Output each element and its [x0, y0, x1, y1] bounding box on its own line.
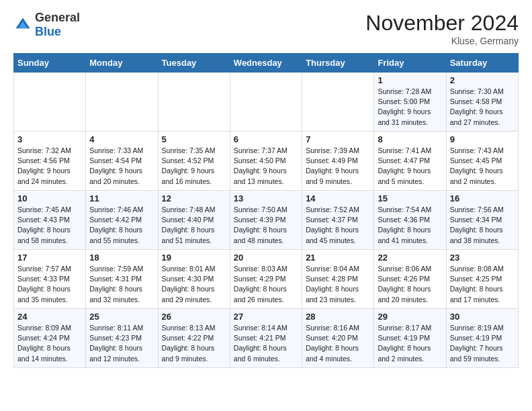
logo-icon	[13, 15, 32, 34]
week-row-4: 17Sunrise: 7:57 AMSunset: 4:33 PMDayligh…	[14, 250, 519, 309]
calendar-header: SundayMondayTuesdayWednesdayThursdayFrid…	[14, 54, 519, 73]
day-info: Sunrise: 7:52 AMSunset: 4:37 PMDaylight:…	[306, 205, 370, 246]
calendar-cell	[230, 73, 302, 132]
title-block: November 2024 Kluse, Germany	[365, 11, 519, 46]
weekday-header-friday: Friday	[374, 54, 446, 73]
week-row-1: 1Sunrise: 7:28 AMSunset: 5:00 PMDaylight…	[14, 73, 519, 132]
calendar-cell: 19Sunrise: 8:01 AMSunset: 4:30 PMDayligh…	[158, 250, 230, 309]
calendar-cell: 9Sunrise: 7:43 AMSunset: 4:45 PMDaylight…	[446, 132, 518, 191]
day-info: Sunrise: 8:11 AMSunset: 4:23 PMDaylight:…	[89, 323, 154, 364]
day-info: Sunrise: 7:46 AMSunset: 4:42 PMDaylight:…	[89, 205, 154, 246]
page-header: General Blue November 2024 Kluse, German…	[13, 11, 519, 46]
day-number: 6	[234, 134, 298, 144]
week-row-2: 3Sunrise: 7:32 AMSunset: 4:56 PMDaylight…	[14, 132, 519, 191]
day-number: 15	[378, 193, 442, 203]
day-info: Sunrise: 8:17 AMSunset: 4:19 PMDaylight:…	[378, 323, 442, 364]
day-info: Sunrise: 7:28 AMSunset: 5:00 PMDaylight:…	[378, 87, 442, 128]
day-number: 5	[162, 134, 226, 144]
day-info: Sunrise: 7:37 AMSunset: 4:50 PMDaylight:…	[234, 146, 298, 187]
day-info: Sunrise: 7:48 AMSunset: 4:40 PMDaylight:…	[162, 205, 226, 246]
logo-general-text: General	[35, 11, 80, 24]
day-number: 4	[89, 134, 154, 144]
calendar-cell: 30Sunrise: 8:19 AMSunset: 4:19 PMDayligh…	[446, 309, 518, 368]
day-info: Sunrise: 8:16 AMSunset: 4:20 PMDaylight:…	[306, 323, 370, 364]
logo: General Blue	[13, 11, 80, 39]
day-number: 29	[378, 312, 442, 322]
day-number: 24	[17, 312, 82, 322]
month-title: November 2024	[365, 11, 519, 36]
calendar-cell: 27Sunrise: 8:14 AMSunset: 4:21 PMDayligh…	[230, 309, 302, 368]
calendar-cell: 24Sunrise: 8:09 AMSunset: 4:24 PMDayligh…	[14, 309, 86, 368]
calendar-cell	[86, 73, 158, 132]
weekday-header-sunday: Sunday	[14, 54, 86, 73]
day-number: 2	[450, 75, 515, 85]
day-number: 23	[450, 253, 515, 263]
week-row-5: 24Sunrise: 8:09 AMSunset: 4:24 PMDayligh…	[14, 309, 519, 368]
day-info: Sunrise: 7:45 AMSunset: 4:43 PMDaylight:…	[17, 205, 82, 246]
calendar-cell: 25Sunrise: 8:11 AMSunset: 4:23 PMDayligh…	[86, 309, 158, 368]
day-info: Sunrise: 8:06 AMSunset: 4:26 PMDaylight:…	[378, 264, 442, 305]
calendar-cell: 28Sunrise: 8:16 AMSunset: 4:20 PMDayligh…	[302, 309, 374, 368]
day-number: 16	[450, 193, 515, 203]
calendar-cell: 6Sunrise: 7:37 AMSunset: 4:50 PMDaylight…	[230, 132, 302, 191]
weekday-header-wednesday: Wednesday	[230, 54, 302, 73]
logo-blue-text: Blue	[35, 25, 61, 38]
calendar-cell	[302, 73, 374, 132]
calendar-cell: 5Sunrise: 7:35 AMSunset: 4:52 PMDaylight…	[158, 132, 230, 191]
day-info: Sunrise: 8:19 AMSunset: 4:19 PMDaylight:…	[450, 323, 515, 364]
calendar-cell: 2Sunrise: 7:30 AMSunset: 4:58 PMDaylight…	[446, 73, 518, 132]
calendar-cell: 16Sunrise: 7:56 AMSunset: 4:34 PMDayligh…	[446, 191, 518, 250]
day-number: 19	[162, 253, 226, 263]
calendar-body: 1Sunrise: 7:28 AMSunset: 5:00 PMDaylight…	[14, 73, 519, 368]
day-number: 17	[17, 253, 82, 263]
calendar-cell: 7Sunrise: 7:39 AMSunset: 4:49 PMDaylight…	[302, 132, 374, 191]
day-number: 14	[306, 193, 370, 203]
day-number: 1	[378, 75, 442, 85]
calendar-cell: 1Sunrise: 7:28 AMSunset: 5:00 PMDaylight…	[374, 73, 446, 132]
day-info: Sunrise: 7:43 AMSunset: 4:45 PMDaylight:…	[450, 146, 515, 187]
day-number: 22	[378, 253, 442, 263]
day-number: 27	[234, 312, 298, 322]
calendar-cell: 21Sunrise: 8:04 AMSunset: 4:28 PMDayligh…	[302, 250, 374, 309]
day-number: 26	[162, 312, 226, 322]
day-number: 18	[89, 253, 154, 263]
day-number: 21	[306, 253, 370, 263]
day-info: Sunrise: 8:01 AMSunset: 4:30 PMDaylight:…	[162, 264, 226, 305]
weekday-header-saturday: Saturday	[446, 54, 518, 73]
day-number: 13	[234, 193, 298, 203]
day-number: 25	[89, 312, 154, 322]
calendar-cell: 15Sunrise: 7:54 AMSunset: 4:36 PMDayligh…	[374, 191, 446, 250]
calendar-cell: 8Sunrise: 7:41 AMSunset: 4:47 PMDaylight…	[374, 132, 446, 191]
day-info: Sunrise: 7:59 AMSunset: 4:31 PMDaylight:…	[89, 264, 154, 305]
calendar-cell: 10Sunrise: 7:45 AMSunset: 4:43 PMDayligh…	[14, 191, 86, 250]
calendar-cell	[158, 73, 230, 132]
day-number: 12	[162, 193, 226, 203]
weekday-header-monday: Monday	[86, 54, 158, 73]
calendar-cell: 11Sunrise: 7:46 AMSunset: 4:42 PMDayligh…	[86, 191, 158, 250]
weekday-header-thursday: Thursday	[302, 54, 374, 73]
day-info: Sunrise: 8:03 AMSunset: 4:29 PMDaylight:…	[234, 264, 298, 305]
day-info: Sunrise: 7:41 AMSunset: 4:47 PMDaylight:…	[378, 146, 442, 187]
day-info: Sunrise: 8:04 AMSunset: 4:28 PMDaylight:…	[306, 264, 370, 305]
day-info: Sunrise: 8:14 AMSunset: 4:21 PMDaylight:…	[234, 323, 298, 364]
day-info: Sunrise: 7:32 AMSunset: 4:56 PMDaylight:…	[17, 146, 82, 187]
weekday-header-tuesday: Tuesday	[158, 54, 230, 73]
calendar-cell: 3Sunrise: 7:32 AMSunset: 4:56 PMDaylight…	[14, 132, 86, 191]
day-info: Sunrise: 7:35 AMSunset: 4:52 PMDaylight:…	[162, 146, 226, 187]
calendar-table: SundayMondayTuesdayWednesdayThursdayFrid…	[13, 53, 519, 368]
calendar-cell: 26Sunrise: 8:13 AMSunset: 4:22 PMDayligh…	[158, 309, 230, 368]
day-info: Sunrise: 7:30 AMSunset: 4:58 PMDaylight:…	[450, 87, 515, 128]
calendar-cell: 20Sunrise: 8:03 AMSunset: 4:29 PMDayligh…	[230, 250, 302, 309]
day-number: 30	[450, 312, 515, 322]
day-info: Sunrise: 7:50 AMSunset: 4:39 PMDaylight:…	[234, 205, 298, 246]
calendar-cell: 23Sunrise: 8:08 AMSunset: 4:25 PMDayligh…	[446, 250, 518, 309]
calendar-cell: 18Sunrise: 7:59 AMSunset: 4:31 PMDayligh…	[86, 250, 158, 309]
calendar-cell: 29Sunrise: 8:17 AMSunset: 4:19 PMDayligh…	[374, 309, 446, 368]
location-label: Kluse, Germany	[365, 36, 519, 46]
day-number: 3	[17, 134, 82, 144]
day-number: 7	[306, 134, 370, 144]
calendar-cell: 4Sunrise: 7:33 AMSunset: 4:54 PMDaylight…	[86, 132, 158, 191]
calendar-cell: 13Sunrise: 7:50 AMSunset: 4:39 PMDayligh…	[230, 191, 302, 250]
day-info: Sunrise: 7:39 AMSunset: 4:49 PMDaylight:…	[306, 146, 370, 187]
day-number: 10	[17, 193, 82, 203]
